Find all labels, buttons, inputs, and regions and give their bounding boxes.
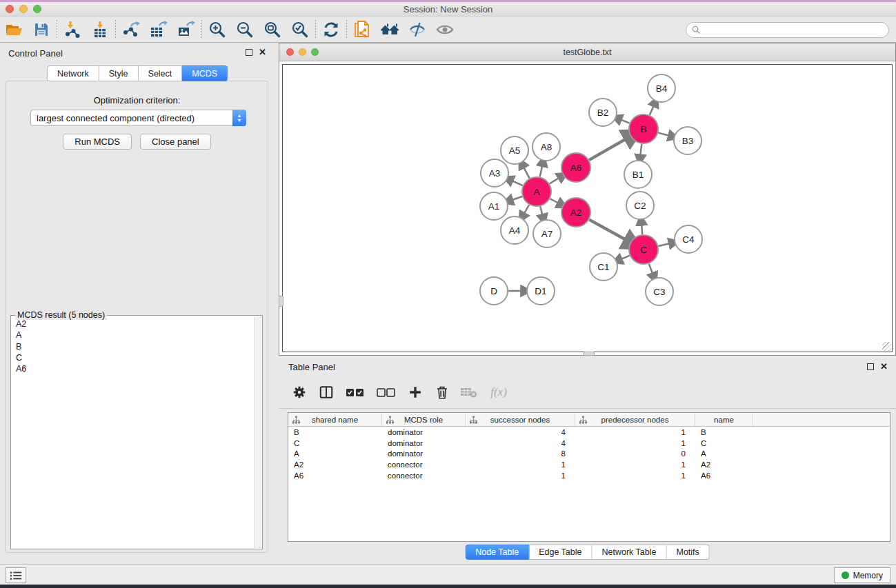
table-row[interactable]: A2connector11A2 <box>288 459 890 470</box>
trash-icon[interactable] <box>433 383 451 401</box>
graph-node-C3[interactable]: C3 <box>646 278 673 305</box>
graph-edge-A-A3[interactable] <box>512 181 523 185</box>
graph-node-A2[interactable]: A2 <box>561 198 590 227</box>
import-network-icon[interactable] <box>59 19 86 40</box>
column-header-successor-nodes[interactable]: successor nodes <box>466 413 575 426</box>
table-cell[interactable]: dominator <box>382 439 466 447</box>
table-cell[interactable]: B <box>695 428 753 436</box>
memory-button[interactable]: Memory <box>834 567 890 583</box>
table-cell[interactable]: 1 <box>466 460 575 469</box>
close-window-button[interactable] <box>6 5 14 13</box>
table-cell[interactable]: 0 <box>575 449 695 458</box>
table-row[interactable]: A6connector11A6 <box>288 470 890 481</box>
minimize-view-button[interactable] <box>299 48 306 56</box>
graph-edge-C-C2[interactable] <box>641 225 642 234</box>
export-network-icon[interactable] <box>117 19 145 40</box>
graph-edge-A-A7[interactable] <box>540 206 542 214</box>
maximize-window-button[interactable] <box>33 5 41 13</box>
table-cell[interactable]: dominator <box>382 449 466 458</box>
zoom-in-icon[interactable] <box>203 19 231 40</box>
splitter-handle-bottom[interactable] <box>584 352 595 356</box>
graph-edge-A-A6[interactable] <box>550 178 559 183</box>
table-cell[interactable]: C <box>288 439 382 447</box>
graph-node-B1[interactable]: B1 <box>624 161 652 188</box>
search-input[interactable] <box>704 23 888 37</box>
tab-motifs[interactable]: Motifs <box>666 545 709 560</box>
split-panel-icon[interactable] <box>317 383 335 401</box>
network-graph[interactable]: B4B2BB3A5A8A6B1A3AC2A1A2A4A7C4CC1C3DD1 <box>283 65 893 356</box>
mcds-scrollbar[interactable] <box>254 316 261 548</box>
mcds-result-item[interactable]: B <box>16 341 254 352</box>
deselect-all-columns-icon[interactable] <box>375 383 397 401</box>
table-cell[interactable]: dominator <box>382 428 466 436</box>
tab-network[interactable]: Network <box>47 65 99 81</box>
float-panel-icon[interactable] <box>246 49 252 56</box>
graph-node-A1[interactable]: A1 <box>480 192 508 220</box>
function-builder-icon[interactable]: f(x) <box>487 383 510 401</box>
tab-select[interactable]: Select <box>139 65 183 81</box>
maximize-view-button[interactable] <box>311 48 319 56</box>
graph-edge-A-A8[interactable] <box>540 165 542 176</box>
splitter-handle-left[interactable] <box>279 296 283 307</box>
graph-edge-A-A4[interactable] <box>524 205 529 214</box>
graph-node-C4[interactable]: C4 <box>675 225 702 253</box>
graph-edge-B-B2[interactable] <box>621 120 630 123</box>
dropdown-stepper-icon[interactable]: ▲▼ <box>232 110 246 126</box>
export-table-icon[interactable] <box>145 19 172 40</box>
graph-edge-A-A5[interactable] <box>524 168 529 179</box>
table-cell[interactable]: 1 <box>575 439 695 447</box>
graph-node-B2[interactable]: B2 <box>589 99 617 126</box>
close-panel-icon[interactable]: ✕ <box>259 49 266 56</box>
close-panel-button[interactable]: Close panel <box>140 134 211 150</box>
graph-edge-A-A2[interactable] <box>550 199 558 203</box>
table-cell[interactable]: 8 <box>466 449 575 458</box>
table-cell[interactable]: 4 <box>466 428 575 436</box>
table-cell[interactable]: A <box>695 449 753 458</box>
mcds-result-item[interactable]: C <box>16 352 254 363</box>
tab-node-table[interactable]: Node Table <box>465 545 529 560</box>
graph-node-B4[interactable]: B4 <box>648 74 675 102</box>
graph-node-C[interactable]: C <box>629 235 658 264</box>
graph-node-C1[interactable]: C1 <box>590 253 617 281</box>
export-image-icon[interactable] <box>172 19 200 40</box>
network-titlebar[interactable]: testGlobe.txt <box>279 43 895 61</box>
zoom-out-icon[interactable] <box>231 19 259 40</box>
search-field[interactable] <box>686 22 889 38</box>
graph-edge-C-C4[interactable] <box>658 243 669 246</box>
graph-edge-C-C1[interactable] <box>621 256 630 259</box>
table-row[interactable]: Cdominator41C <box>288 438 890 449</box>
graph-edge-B-B3[interactable] <box>658 133 669 136</box>
close-view-button[interactable] <box>286 48 294 56</box>
graph-edge-A2-C[interactable] <box>589 220 626 240</box>
delete-table-icon[interactable] <box>460 383 478 401</box>
table-cell[interactable]: 1 <box>575 472 695 480</box>
resize-grip[interactable] <box>882 342 891 351</box>
table-cell[interactable]: B <box>288 428 382 436</box>
mcds-result-item[interactable]: A6 <box>16 363 254 374</box>
table-row[interactable]: Adominator80A <box>288 448 890 459</box>
graph-node-B[interactable]: B <box>629 114 658 143</box>
mcds-result-item[interactable]: A <box>16 330 254 341</box>
column-header-predecessor-nodes[interactable]: predecessor nodes <box>575 413 695 426</box>
graph-node-A6[interactable]: A6 <box>561 153 590 182</box>
table-cell[interactable]: connector <box>382 460 466 469</box>
tab-network-table[interactable]: Network Table <box>593 545 667 560</box>
minimize-window-button[interactable] <box>19 5 28 13</box>
network-canvas[interactable]: B4B2BB3A5A8A6B1A3AC2A1A2A4A7C4CC1C3DD1 <box>282 64 893 352</box>
gear-icon[interactable] <box>290 383 308 401</box>
mcds-result-list[interactable]: A2ABCA6 <box>12 316 254 548</box>
table-cell[interactable]: connector <box>382 472 466 480</box>
graph-node-A5[interactable]: A5 <box>501 136 528 164</box>
close-table-panel-icon[interactable]: ✕ <box>880 363 888 370</box>
add-column-icon[interactable] <box>406 383 424 401</box>
select-all-columns-icon[interactable] <box>344 383 366 401</box>
run-mcds-button[interactable]: Run MCDS <box>63 134 132 150</box>
table-cell[interactable]: 1 <box>575 460 695 469</box>
graph-node-C2[interactable]: C2 <box>626 192 654 219</box>
save-icon[interactable] <box>28 19 55 40</box>
graph-edge-B-B4[interactable] <box>650 106 654 115</box>
table-cell[interactable]: A6 <box>695 472 753 480</box>
table-cell[interactable]: A <box>288 449 382 458</box>
graph-node-A[interactable]: A <box>522 177 551 206</box>
table-cell[interactable]: A2 <box>695 460 753 469</box>
